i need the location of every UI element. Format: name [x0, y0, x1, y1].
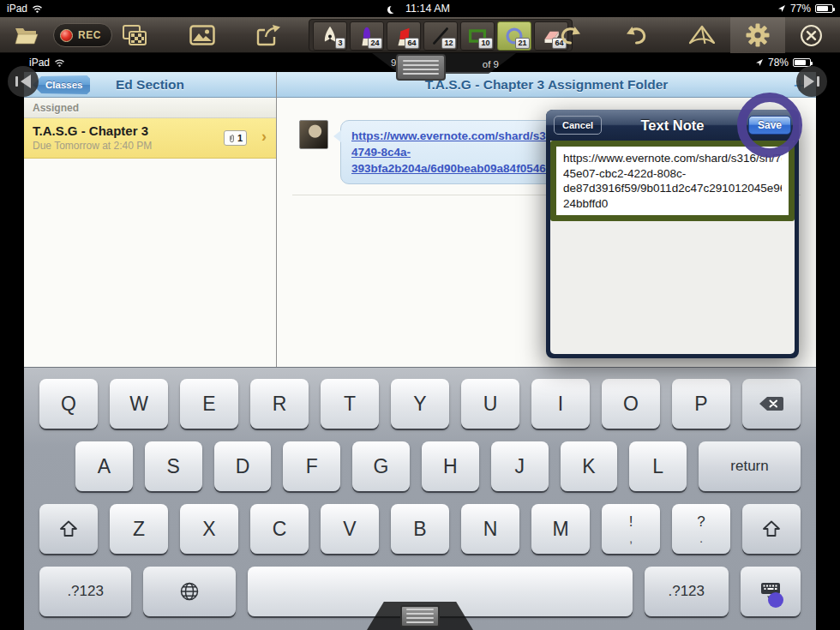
arrow-right-icon [804, 75, 814, 88]
battery-percent: 77% [790, 3, 811, 15]
attachment-count: 1 [237, 133, 243, 143]
text-line: de87d3916f59/9b011d2c47c291012045e961 [563, 181, 782, 196]
key-g[interactable]: G [352, 441, 410, 491]
question-period-key[interactable]: ?. [672, 504, 730, 554]
arrow-left-icon [21, 75, 31, 88]
paperclip-icon [228, 133, 236, 144]
numbers-key-left[interactable]: .?123 [39, 567, 131, 616]
attachment-badge: 1 [224, 130, 247, 146]
key-h[interactable]: H [422, 441, 479, 491]
key-m[interactable]: M [531, 504, 590, 554]
key-k[interactable]: K [561, 441, 618, 491]
shift-left-key[interactable] [39, 504, 98, 554]
key-j[interactable]: J [491, 441, 549, 491]
tool-marker[interactable]: 24 [350, 21, 384, 51]
exclamation-comma-key[interactable]: !, [602, 504, 660, 554]
text-line: https://www.evernote.com/shard/s316/sh/7… [563, 151, 782, 166]
key-v[interactable]: V [321, 504, 379, 554]
wiper-icon[interactable] [680, 17, 724, 53]
key-q[interactable]: Q [39, 379, 98, 429]
tool-pen[interactable]: 3 [313, 21, 347, 51]
pin-icon [15, 76, 18, 87]
previous-page-button[interactable] [8, 66, 39, 97]
key-w[interactable]: W [110, 379, 168, 429]
tool-count: 24 [368, 38, 382, 49]
tool-highlighter[interactable]: 64 [387, 21, 421, 51]
battery-icon [815, 4, 833, 13]
cancel-button[interactable]: Cancel [554, 116, 602, 135]
bottom-drag-handle[interactable] [367, 602, 473, 630]
classes-back-button[interactable]: Classes [33, 75, 90, 94]
record-button[interactable]: REC [53, 23, 112, 47]
annotation-toolbar: REC 3246412102164 [0, 17, 840, 53]
key-y[interactable]: Y [391, 379, 449, 429]
keyboard-row: ASDFGHJKLreturn [39, 441, 801, 491]
purple-circle-annotation [737, 93, 802, 158]
key-u[interactable]: U [461, 379, 519, 429]
tool-ellipse[interactable]: 21 [497, 21, 531, 51]
key-f[interactable]: F [283, 441, 340, 491]
key-z[interactable]: Z [110, 504, 168, 554]
folder-icon[interactable] [10, 17, 43, 53]
assigned-section-header: Assigned [24, 98, 276, 118]
key-c[interactable]: C [250, 504, 309, 554]
tool-count: 64 [405, 38, 419, 49]
battery-group: 77% [777, 3, 833, 15]
avatar [299, 120, 328, 149]
clock: 11:14 AM [405, 3, 450, 15]
globe-key[interactable] [143, 567, 235, 616]
key-e[interactable]: E [180, 379, 238, 429]
grip-lines [400, 605, 440, 627]
tool-palette: 3246412102164 [309, 19, 573, 51]
tool-line[interactable]: 12 [423, 21, 458, 51]
left-panel-empty [24, 159, 276, 367]
settings-button[interactable] [730, 17, 785, 53]
key-p[interactable]: P [672, 379, 730, 429]
share-icon[interactable] [251, 17, 285, 53]
return-key[interactable]: return [699, 441, 801, 491]
keyboard-row: ZXCVBNM!,?. [39, 504, 801, 554]
key-r[interactable]: R [250, 379, 309, 429]
key-l[interactable]: L [629, 441, 687, 491]
inner-battery-percent: 78% [768, 57, 789, 69]
location-icon [777, 4, 786, 13]
keyboard-row: QWERTYUIOP [39, 379, 801, 429]
right-panel-header: T.A.S.G - Chapter 3 Assignment Folder + [277, 72, 816, 98]
backspace-key[interactable] [742, 379, 801, 429]
transitions-icon[interactable] [118, 17, 151, 53]
key-a[interactable]: A [75, 441, 133, 491]
tool-count: 12 [441, 38, 456, 49]
key-s[interactable]: S [145, 441, 202, 491]
modal-title: Text Note [641, 117, 705, 134]
redo-icon[interactable] [554, 17, 588, 53]
close-icon[interactable] [794, 17, 828, 53]
tool-rectangle[interactable]: 10 [460, 21, 495, 51]
pin-icon [817, 76, 819, 87]
next-page-button[interactable] [796, 66, 827, 97]
page-total: of 9 [483, 59, 499, 69]
top-drag-handle[interactable] [396, 54, 446, 81]
key-d[interactable]: D [214, 441, 272, 491]
purple-dot-annotation [768, 592, 783, 608]
assignment-row[interactable]: T.A.S.G - Chapter 3 Due Tomorrow at 2:40… [24, 118, 276, 159]
key-x[interactable]: X [180, 504, 238, 554]
image-icon[interactable] [185, 17, 219, 53]
key-i[interactable]: I [531, 379, 590, 429]
clock-group: 11:14 AM [0, 3, 840, 15]
numbers-key-right[interactable]: .?123 [645, 567, 729, 616]
text-line: 45e07-cbc2-422d-808c- [563, 166, 782, 182]
left-panel-header: Classes Ed Section [24, 72, 276, 98]
key-n[interactable]: N [461, 504, 519, 554]
record-label: REC [78, 29, 101, 41]
left-panel: Classes Ed Section Assigned T.A.S.G - Ch… [24, 72, 277, 367]
key-o[interactable]: O [602, 379, 660, 429]
shift-right-key[interactable] [742, 504, 801, 554]
key-t[interactable]: T [321, 379, 379, 429]
outer-status-bar: iPad 11:14 AM 77% [0, 0, 840, 17]
modal-body: https://www.evernote.com/shard/s316/sh/7… [550, 141, 795, 354]
dismiss-keyboard-key[interactable] [741, 567, 801, 616]
inner-location-icon [755, 58, 764, 67]
left-panel-title: Ed Section [116, 77, 184, 93]
undo-icon[interactable] [619, 17, 653, 53]
key-b[interactable]: B [391, 504, 449, 554]
